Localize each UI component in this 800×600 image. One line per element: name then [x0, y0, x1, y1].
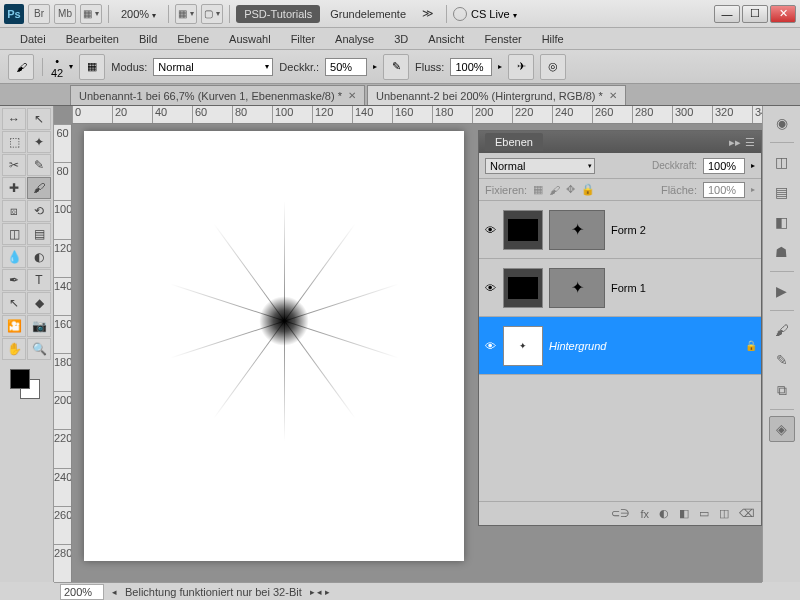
- menu-3d[interactable]: 3D: [384, 31, 418, 47]
- lock-position-icon[interactable]: ✥: [566, 183, 575, 196]
- layer-name[interactable]: Form 2: [611, 224, 757, 236]
- airbrush-button[interactable]: ✈: [508, 54, 534, 80]
- tool-eyedropper[interactable]: ✎: [27, 154, 51, 176]
- menu-hilfe[interactable]: Hilfe: [532, 31, 574, 47]
- brush-presets-icon[interactable]: ✎: [769, 347, 795, 373]
- styles-panel-icon[interactable]: ◧: [769, 209, 795, 235]
- maximize-button[interactable]: ☐: [742, 5, 768, 23]
- tool-wand[interactable]: ✦: [27, 131, 51, 153]
- workspace-more[interactable]: ≫: [416, 7, 440, 20]
- close-button[interactable]: ✕: [770, 5, 796, 23]
- layer-blend-select[interactable]: Normal: [485, 158, 595, 174]
- minibridge-button[interactable]: Mb: [54, 4, 76, 24]
- tool-marquee[interactable]: ⬚: [2, 131, 26, 153]
- menu-auswahl[interactable]: Auswahl: [219, 31, 281, 47]
- panel-header[interactable]: Ebenen ▸▸☰: [479, 131, 761, 153]
- tool-eraser[interactable]: ◫: [2, 223, 26, 245]
- close-icon[interactable]: ✕: [348, 90, 356, 101]
- brush-chevron-icon[interactable]: ▾: [69, 62, 73, 71]
- layer-name[interactable]: Hintergrund: [549, 340, 739, 352]
- current-tool-icon[interactable]: 🖌: [8, 54, 34, 80]
- panel-menu-icon[interactable]: ☰: [745, 136, 755, 149]
- menu-ansicht[interactable]: Ansicht: [418, 31, 474, 47]
- tool-heal[interactable]: ✚: [2, 177, 26, 199]
- layer-fill-input[interactable]: 100%: [703, 182, 745, 198]
- tool-3d[interactable]: 🎦: [2, 315, 26, 337]
- visibility-toggle[interactable]: 👁: [483, 281, 497, 295]
- layers-stack-icon[interactable]: ☗: [769, 239, 795, 265]
- zoom-level[interactable]: 200%: [115, 8, 162, 20]
- close-icon[interactable]: ✕: [609, 90, 617, 101]
- transform-panel-icon[interactable]: ◫: [769, 149, 795, 175]
- layer-thumbnail[interactable]: [503, 210, 543, 250]
- tool-shape[interactable]: ◆: [27, 292, 51, 314]
- bridge-button[interactable]: Br: [28, 4, 50, 24]
- tool-gradient[interactable]: ▤: [27, 223, 51, 245]
- brush-preset[interactable]: •42: [51, 55, 63, 79]
- clone-panel-icon[interactable]: ⧉: [769, 377, 795, 403]
- panel-footer-button-0[interactable]: ⊂∋: [611, 507, 630, 520]
- layer-row[interactable]: 👁✦Form 1: [479, 259, 761, 317]
- menu-bild[interactable]: Bild: [129, 31, 167, 47]
- tool-brush[interactable]: 🖌: [27, 177, 51, 199]
- panel-footer-button-6[interactable]: ⌫: [739, 507, 755, 520]
- tool-move[interactable]: ↔: [2, 108, 26, 130]
- arrange-button[interactable]: ▦: [175, 4, 197, 24]
- workspace-light[interactable]: Grundelemente: [324, 8, 412, 20]
- panel-footer-button-2[interactable]: ◐: [659, 507, 669, 520]
- tablet-pressure-button[interactable]: ◎: [540, 54, 566, 80]
- menu-fenster[interactable]: Fenster: [474, 31, 531, 47]
- layer-name[interactable]: Form 1: [611, 282, 757, 294]
- tool-dodge[interactable]: ◐: [27, 246, 51, 268]
- menu-datei[interactable]: Datei: [10, 31, 56, 47]
- tool-path[interactable]: ↖: [2, 292, 26, 314]
- menu-bearbeiten[interactable]: Bearbeiten: [56, 31, 129, 47]
- zoom-input[interactable]: 200%: [60, 584, 104, 600]
- tool-crop[interactable]: ✂: [2, 154, 26, 176]
- lock-transparent-icon[interactable]: ▦: [533, 183, 543, 196]
- flow-input[interactable]: 100%: [450, 58, 492, 76]
- mask-thumbnail[interactable]: ✦: [549, 268, 605, 308]
- tool-hand[interactable]: ✋: [2, 338, 26, 360]
- tool-zoom[interactable]: 🔍: [27, 338, 51, 360]
- actions-panel-icon[interactable]: ▶: [769, 278, 795, 304]
- tool-selection[interactable]: ↖: [27, 108, 51, 130]
- visibility-toggle[interactable]: 👁: [483, 339, 497, 353]
- blend-mode-select[interactable]: Normal: [153, 58, 273, 76]
- tool-stamp[interactable]: ⧇: [2, 200, 26, 222]
- tool-3d-cam[interactable]: 📷: [27, 315, 51, 337]
- view-extras-button[interactable]: ▦: [80, 4, 102, 24]
- cslive[interactable]: CS Live: [453, 7, 517, 21]
- layer-opacity-input[interactable]: 100%: [703, 158, 745, 174]
- visibility-toggle[interactable]: 👁: [483, 223, 497, 237]
- color-panel-icon[interactable]: ◉: [769, 110, 795, 136]
- color-swatches[interactable]: [2, 365, 51, 405]
- layer-row[interactable]: 👁✦Hintergrund🔒: [479, 317, 761, 375]
- panel-footer-button-1[interactable]: fx: [640, 508, 649, 520]
- tool-blur[interactable]: 💧: [2, 246, 26, 268]
- brush-panel-icon[interactable]: 🖌: [769, 317, 795, 343]
- menu-ebene[interactable]: Ebene: [167, 31, 219, 47]
- doc-tab-1[interactable]: Unbenannt-1 bei 66,7% (Kurven 1, Ebenenm…: [70, 85, 365, 105]
- layers-dock-icon[interactable]: ◈: [769, 416, 795, 442]
- canvas[interactable]: [84, 131, 464, 561]
- menu-filter[interactable]: Filter: [281, 31, 325, 47]
- lock-all-icon[interactable]: 🔒: [581, 183, 595, 196]
- layer-thumbnail[interactable]: ✦: [503, 326, 543, 366]
- screenmode-button[interactable]: ▢: [201, 4, 223, 24]
- minimize-button[interactable]: —: [714, 5, 740, 23]
- tool-history-brush[interactable]: ⟲: [27, 200, 51, 222]
- brush-panel-button[interactable]: ▦: [79, 54, 105, 80]
- swatches-panel-icon[interactable]: ▤: [769, 179, 795, 205]
- opacity-input[interactable]: 50%: [325, 58, 367, 76]
- layer-row[interactable]: 👁✦Form 2: [479, 201, 761, 259]
- tool-pen[interactable]: ✒: [2, 269, 26, 291]
- opacity-pressure-button[interactable]: ✎: [383, 54, 409, 80]
- doc-tab-2[interactable]: Unbenannt-2 bei 200% (Hintergrund, RGB/8…: [367, 85, 626, 105]
- menu-analyse[interactable]: Analyse: [325, 31, 384, 47]
- layer-thumbnail[interactable]: [503, 268, 543, 308]
- panel-footer-button-5[interactable]: ◫: [719, 507, 729, 520]
- mask-thumbnail[interactable]: ✦: [549, 210, 605, 250]
- panel-footer-button-4[interactable]: ▭: [699, 507, 709, 520]
- panel-footer-button-3[interactable]: ◧: [679, 507, 689, 520]
